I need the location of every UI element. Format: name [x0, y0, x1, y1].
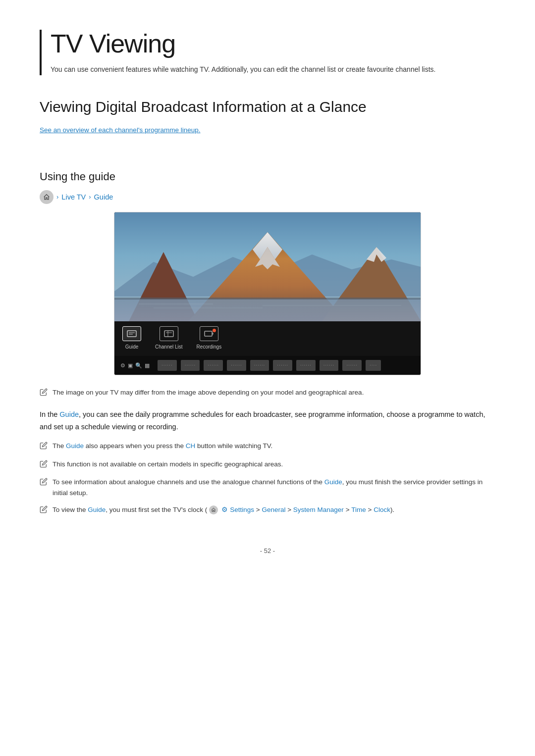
ch-highlight: CH [186, 442, 196, 450]
page-number: - 52 - [40, 546, 495, 556]
breadcrumb-livetv[interactable]: Live TV [61, 192, 86, 203]
guide-menu-item: Guide [122, 326, 141, 351]
breadcrumb: › Live TV › Guide [40, 190, 495, 204]
breadcrumb-chevron2: › [89, 192, 91, 202]
guide-label: Guide [125, 343, 139, 351]
pencil-icon-1 [40, 442, 48, 453]
section1-sublink[interactable]: See an overview of each channel's progra… [40, 125, 201, 136]
section1-heading: Viewing Digital Broadcast Information at… [40, 95, 495, 119]
guide-highlight-3: Guide [324, 478, 342, 486]
general-highlight: General [262, 506, 285, 513]
channel-4: ······ [227, 360, 246, 371]
page-title: TV Viewing [51, 30, 495, 58]
tv-bottom-bar: ⚙ ▣ 🔍 ▦ ······ ······ ······ ······ ····… [114, 356, 421, 375]
channel-10: ···· [366, 360, 381, 371]
note-4-text: To view the Guide, you must first set th… [53, 504, 394, 515]
svg-rect-8 [114, 299, 421, 321]
section2-heading: Using the guide [40, 168, 495, 185]
note-1-text: The Guide also appears when you press th… [53, 441, 272, 452]
settings-icon: ⚙ [120, 361, 125, 370]
notes-list: The Guide also appears when you press th… [40, 441, 495, 516]
guide-highlight-4: Guide [88, 506, 106, 513]
channel-list-label: Channel List [155, 343, 183, 351]
note-3-text: To see information about analogue channe… [53, 477, 495, 498]
sysmgr-highlight: System Manager [293, 506, 344, 513]
svg-rect-13 [127, 331, 136, 337]
svg-rect-16 [164, 331, 173, 337]
channel-5: ······ [250, 360, 269, 371]
pencil-icon-3 [40, 478, 48, 489]
guide-highlight-1: Guide [66, 442, 84, 450]
channel-1: ······ [158, 360, 177, 371]
channel-8: ······ [320, 360, 339, 371]
page-title-section: TV Viewing You can use convenient featur… [40, 30, 495, 75]
tv-image [114, 212, 421, 321]
image-note-text: The image on your TV may differ from the… [53, 387, 364, 398]
pencil-icon-2 [40, 460, 48, 471]
clock-highlight: Clock [374, 506, 390, 513]
pencil-icon-image [40, 388, 48, 400]
note-1: The Guide also appears when you press th… [40, 441, 495, 453]
note-2: This function is not available on certai… [40, 459, 495, 471]
section-digital-broadcast: Viewing Digital Broadcast Information at… [40, 95, 495, 151]
filter-icon: ▦ [145, 361, 150, 370]
note-4: To view the Guide, you must first set th… [40, 504, 495, 517]
svg-rect-12 [114, 298, 421, 300]
section-using-guide: Using the guide › Live TV › Guide [40, 168, 495, 516]
bottom-bar-icons: ⚙ ▣ 🔍 ▦ [120, 361, 150, 370]
settings-highlight: ⚙ Settings [221, 506, 254, 513]
breadcrumb-chevron1: › [56, 192, 58, 202]
image-note: The image on your TV may differ from the… [40, 387, 495, 400]
home-icon-inline [209, 505, 218, 514]
page-description: You can use convenient features while wa… [51, 64, 437, 75]
guide-icon [122, 326, 141, 341]
channel-2: ······ [181, 360, 200, 371]
channel-6: ······ [273, 360, 292, 371]
channel-list-icon [160, 326, 178, 341]
tv-menu-bar: Guide Channel List [114, 321, 421, 356]
channel-9: ······ [342, 360, 362, 371]
tv-screenshot: Guide Channel List [114, 212, 421, 375]
home-icon[interactable] [40, 190, 54, 204]
channel-list-menu-item: Channel List [155, 326, 183, 351]
channel-3: ······ [204, 360, 223, 371]
recordings-icon [200, 326, 218, 341]
recordings-menu-item: Recordings [197, 326, 222, 351]
channel-7: ······ [296, 360, 316, 371]
breadcrumb-guide[interactable]: Guide [94, 192, 113, 203]
body-text-guide: In the Guide, you can see the daily prog… [40, 408, 495, 433]
search-icon: 🔍 [135, 361, 142, 370]
rec-dot [213, 329, 216, 332]
display-icon: ▣ [128, 361, 133, 370]
guide-highlight-body: Guide [59, 410, 79, 418]
time-highlight: Time [351, 506, 366, 513]
recordings-label: Recordings [197, 343, 222, 351]
note-3: To see information about analogue channe… [40, 477, 495, 498]
svg-marker-20 [213, 332, 214, 335]
pencil-icon-4 [40, 505, 48, 517]
note-2-text: This function is not available on certai… [53, 459, 283, 470]
svg-rect-19 [205, 331, 212, 336]
